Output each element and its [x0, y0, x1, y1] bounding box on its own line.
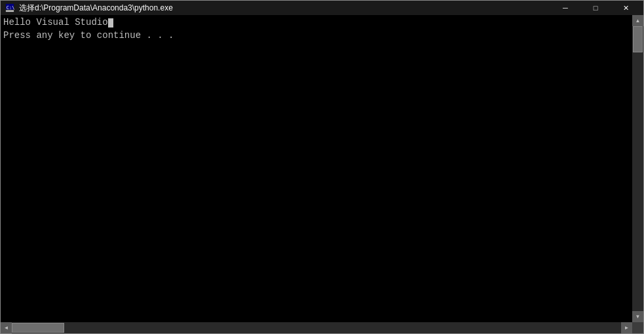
minimize-button[interactable]: ─	[550, 1, 580, 15]
console-body: Hello Visual Studio Press any key to con…	[1, 15, 643, 322]
titlebar: C:\ 选择d:\ProgramData\Anaconda3\python.ex…	[1, 1, 643, 15]
console-window: C:\ 选择d:\ProgramData\Anaconda3\python.ex…	[0, 0, 644, 334]
horizontal-scrollbar: ◄ ►	[1, 322, 632, 333]
scroll-track-v[interactable]	[632, 26, 643, 311]
console-output: Hello Visual Studio Press any key to con…	[3, 16, 630, 42]
scroll-track-h[interactable]	[12, 322, 621, 333]
scroll-thumb-h[interactable]	[12, 323, 64, 333]
scroll-left-button[interactable]: ◄	[1, 322, 12, 333]
vertical-scrollbar: ▲ ▼	[632, 15, 643, 322]
svg-rect-3	[6, 10, 14, 12]
titlebar-title: 选择d:\ProgramData\Anaconda3\python.exe	[19, 3, 173, 14]
titlebar-controls: ─ □ ✕	[550, 1, 641, 15]
console-line2: Press any key to continue . . .	[3, 30, 174, 41]
scrollbar-corner	[632, 322, 643, 333]
console-content[interactable]: Hello Visual Studio Press any key to con…	[1, 15, 632, 322]
scroll-down-button[interactable]: ▼	[632, 311, 643, 322]
titlebar-left: C:\ 选择d:\ProgramData\Anaconda3\python.ex…	[5, 3, 173, 14]
svg-text:C:\: C:\	[7, 5, 14, 10]
cursor	[108, 18, 113, 28]
scroll-up-button[interactable]: ▲	[632, 15, 643, 26]
bottom-row: ◄ ►	[1, 322, 643, 333]
console-line1: Hello Visual Studio	[3, 17, 108, 28]
maximize-button[interactable]: □	[580, 1, 611, 15]
scroll-thumb-v[interactable]	[633, 26, 643, 52]
cmd-icon: C:\	[5, 3, 15, 13]
scroll-right-button[interactable]: ►	[621, 322, 632, 333]
close-button[interactable]: ✕	[611, 1, 641, 15]
